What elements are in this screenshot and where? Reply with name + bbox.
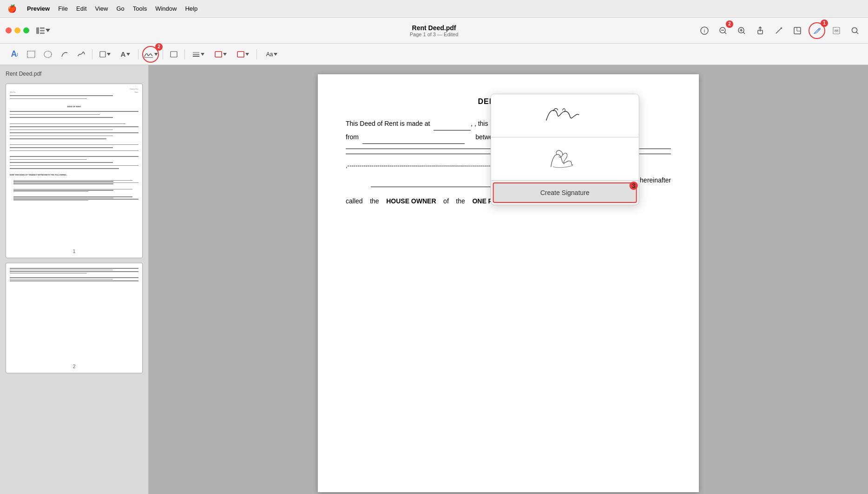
svg-rect-23: [27, 51, 35, 58]
toolbar-separator-1: [92, 49, 92, 59]
house-owner-label: HOUSE OWNER: [386, 197, 436, 205]
toolbar-separator-5: [256, 49, 257, 59]
shapes-button[interactable]: [96, 47, 114, 61]
signature-option-2[interactable]: [491, 137, 639, 181]
toolbar-right-group: i 2 1: [697, 22, 862, 39]
svg-rect-3: [40, 32, 45, 34]
badge-number-1: 1: [821, 20, 828, 27]
zoom-in-button[interactable]: [734, 23, 749, 38]
create-signature-button[interactable]: Create Signature 3: [493, 182, 637, 203]
menubar: 🍎 Preview File Edit View Go Tools Window…: [0, 0, 868, 18]
lines-button[interactable]: [189, 47, 208, 61]
blank-from: [362, 130, 465, 144]
svg-text:i: i: [704, 28, 705, 33]
menu-view[interactable]: View: [95, 5, 108, 12]
draw-button[interactable]: [58, 47, 72, 61]
of-label: of: [443, 197, 449, 205]
zoom-out-wrapper: 2: [716, 23, 730, 38]
font-button[interactable]: Aa: [261, 47, 283, 61]
thumbnail-content-1: Stamp No. With No.Date: DEED OF RENT: [10, 88, 138, 246]
menu-tools[interactable]: Tools: [133, 5, 147, 12]
text-select-button[interactable]: A|: [7, 47, 21, 61]
signature-option-1[interactable]: [491, 94, 639, 137]
svg-line-22: [856, 32, 858, 34]
search-button[interactable]: [848, 23, 862, 38]
sidebar-filename: Rent Deed.pdf: [6, 71, 143, 77]
toolbar-separator-2: [138, 49, 138, 59]
document-view-area: Create Signature 3 DEED OF RENT This Dee…: [149, 65, 868, 494]
main-toolbar: Rent Deed.pdf Page 1 of 3 — Edited i 2: [0, 18, 868, 44]
badge-number-sig: 2: [155, 43, 163, 51]
signature-button-wrapper: 2: [142, 46, 159, 63]
called-label: called: [346, 197, 363, 205]
rect-select-button[interactable]: [24, 47, 38, 61]
dashes-line: ,---------------------------------------…: [346, 160, 492, 172]
toolbar-separator-3: [163, 49, 163, 59]
document-sidebar: Rent Deed.pdf Stamp No. With No.Date: DE…: [0, 65, 149, 494]
svg-rect-33: [238, 52, 243, 56]
the2-label: the: [456, 197, 465, 205]
svg-rect-18: [833, 27, 840, 34]
menu-go[interactable]: Go: [116, 5, 124, 12]
svg-point-21: [852, 27, 857, 32]
document-info: Rent Deed.pdf Page 1 of 3 — Edited: [410, 24, 459, 37]
fill-color-button[interactable]: [233, 47, 253, 61]
badge-number-2: 2: [726, 20, 733, 28]
smooth-draw-button[interactable]: [74, 47, 88, 61]
annotation-toolbar: A| A 2: [0, 44, 868, 65]
font-label: Aa: [266, 51, 273, 58]
signature-popup: Create Signature 3: [491, 94, 639, 205]
svg-line-8: [724, 32, 726, 34]
markup-button[interactable]: [771, 23, 786, 38]
svg-line-12: [743, 32, 745, 34]
svg-rect-31: [215, 52, 222, 57]
menu-edit[interactable]: Edit: [76, 5, 86, 12]
svg-rect-2: [40, 30, 45, 31]
document-subtitle: Page 1 of 3 — Edited: [410, 32, 459, 37]
sidebar-toggle-button[interactable]: [36, 23, 51, 38]
border-color-button[interactable]: [211, 47, 230, 61]
svg-line-15: [776, 28, 782, 33]
signature-preview-1: [533, 102, 598, 130]
create-signature-label: Create Signature: [540, 189, 590, 196]
svg-rect-16: [794, 27, 801, 34]
minimize-button[interactable]: [14, 27, 20, 33]
deed-line1-b: , this: [474, 120, 488, 127]
svg-rect-1: [40, 27, 45, 29]
svg-rect-27: [171, 52, 177, 57]
ellipse-select-button[interactable]: [41, 47, 55, 61]
thumbnail-content-2: [10, 268, 138, 361]
page-number-2: 2: [10, 364, 138, 369]
close-button[interactable]: [6, 27, 12, 33]
apple-menu[interactable]: 🍎: [7, 4, 17, 13]
info-button[interactable]: i: [697, 23, 712, 38]
svg-rect-25: [100, 52, 105, 57]
rect-tool-button[interactable]: [167, 47, 181, 61]
the-label: the: [370, 197, 379, 205]
window-button[interactable]: [790, 23, 805, 38]
hereinafter-label: hereinafter: [640, 174, 671, 187]
signature-preview-2: [533, 145, 598, 173]
menu-preview[interactable]: Preview: [27, 5, 50, 12]
svg-rect-0: [36, 27, 39, 34]
maximize-button[interactable]: [23, 27, 29, 33]
deed-line1-a: This Deed of Rent is made at: [346, 120, 430, 127]
textbox-button[interactable]: A: [117, 47, 134, 61]
badge-number-3: 3: [630, 182, 638, 190]
svg-line-17: [818, 29, 819, 30]
share-button[interactable]: [753, 23, 768, 38]
thumbnail-page-1[interactable]: Stamp No. With No.Date: DEED OF RENT: [6, 84, 143, 258]
thumbnail-page-2[interactable]: 2: [6, 263, 143, 373]
deed-line2-from: from: [346, 133, 359, 141]
main-content: Rent Deed.pdf Stamp No. With No.Date: DE…: [0, 65, 868, 494]
pen-button-wrapper: 1: [809, 22, 825, 39]
svg-point-24: [44, 51, 52, 58]
menu-help[interactable]: Help: [185, 5, 197, 12]
blank-made-at: [434, 117, 471, 130]
toolbar-separator-4: [184, 49, 185, 59]
page-number-1: 1: [10, 248, 138, 254]
menu-file[interactable]: File: [58, 5, 68, 12]
sketch-button[interactable]: [829, 23, 844, 38]
menu-window[interactable]: Window: [155, 5, 177, 12]
document-title: Rent Deed.pdf: [412, 24, 456, 32]
